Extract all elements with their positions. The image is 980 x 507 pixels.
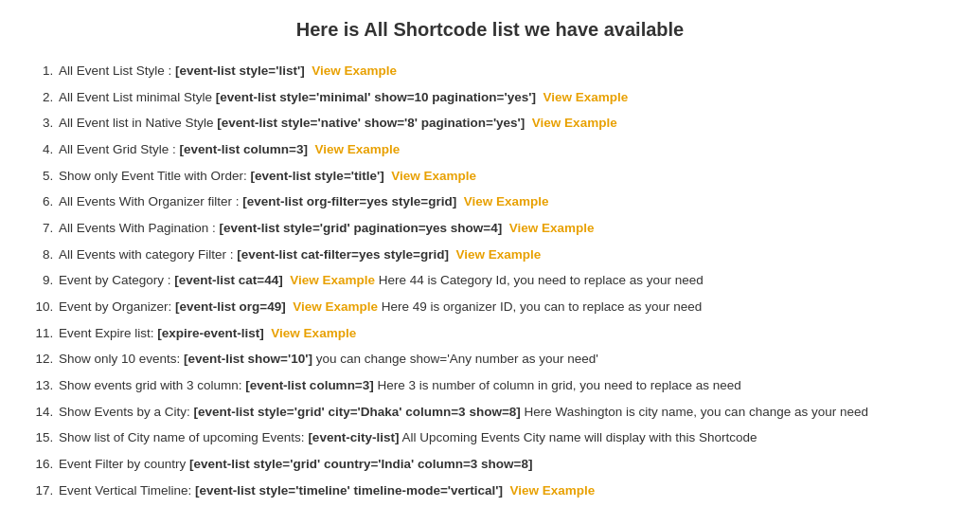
- list-item: Event by Organizer: [event-list org=49] …: [57, 294, 952, 320]
- item-code: [event-city-list]: [308, 430, 399, 444]
- list-item: Show only 10 events: [event-list show='1…: [57, 346, 952, 372]
- list-item: Event Horizontal Timeline [event-list st…: [57, 503, 952, 507]
- list-item: All Events with category Filter : [event…: [57, 242, 952, 268]
- list-item: All Events With Pagination : [event-list…: [57, 215, 952, 242]
- item-note: Here 49 is organizer ID, you can to repl…: [378, 299, 702, 314]
- item-code: [event-list style='timeline' timeline-mo…: [195, 483, 503, 498]
- item-code: [event-list style='native' show='8' pagi…: [217, 116, 525, 130]
- view-example-link[interactable]: View Example: [314, 142, 400, 156]
- item-code: [event-list style='grid' pagination=yes …: [220, 221, 503, 235]
- item-text: Show Events by a City:: [59, 405, 194, 419]
- list-item: All Events With Organizer filter : [even…: [57, 189, 952, 215]
- view-example-link[interactable]: View Example: [293, 299, 378, 314]
- item-note: All Upcoming Events City name will displ…: [399, 430, 757, 444]
- item-code: [event-list cat=44]: [174, 273, 282, 287]
- item-code: [event-list show='10']: [184, 352, 312, 366]
- view-example-link[interactable]: View Example: [532, 116, 617, 130]
- item-note: you can change show='Any number as your …: [312, 352, 598, 366]
- item-text: Show only Event Title with Order:: [59, 169, 251, 183]
- view-example-link[interactable]: View Example: [290, 273, 375, 287]
- list-item: Show events grid with 3 column: [event-l…: [57, 372, 952, 399]
- item-text: All Events With Organizer filter :: [59, 194, 242, 208]
- view-example-link[interactable]: View Example: [455, 247, 541, 262]
- item-note: Here 44 is Category Id, you need to repl…: [375, 273, 704, 287]
- item-text: Show events grid with 3 column:: [59, 378, 245, 392]
- item-note: Here Washington is city name, you can ch…: [521, 405, 868, 419]
- item-text: All Events With Pagination :: [59, 221, 220, 235]
- view-example-link[interactable]: View Example: [510, 483, 596, 498]
- item-code: [event-list column=3]: [245, 378, 373, 392]
- item-text: Show only 10 events:: [59, 352, 184, 366]
- item-text: All Event List minimal Style: [59, 90, 216, 104]
- view-example-link[interactable]: View Example: [312, 63, 397, 78]
- view-example-link[interactable]: View Example: [271, 326, 356, 340]
- item-code: [event-list column=3]: [180, 142, 308, 156]
- list-item: Event by Category : [event-list cat=44] …: [57, 267, 952, 294]
- item-code: [event-list org=49]: [175, 299, 286, 314]
- list-item: Event Expire list: [expire-event-list] V…: [57, 320, 952, 347]
- item-code: [event-list cat-filter=yes style=grid]: [237, 247, 449, 262]
- item-code: [event-list style='grid' country='India'…: [189, 457, 532, 471]
- item-code: [event-list style='title']: [251, 169, 384, 183]
- list-item: All Event Grid Style : [event-list colum…: [57, 136, 952, 163]
- item-code: [event-list style='grid' city='Dhaka' co…: [194, 405, 521, 419]
- item-text: All Event list in Native Style: [59, 116, 217, 130]
- list-item: Show Events by a City: [event-list style…: [57, 399, 952, 426]
- view-example-link[interactable]: View Example: [391, 169, 476, 183]
- item-text: All Event Grid Style :: [59, 142, 180, 156]
- view-example-link[interactable]: View Example: [464, 194, 549, 208]
- item-text: Event by Category :: [59, 273, 174, 287]
- item-text: Show list of City name of upcoming Event…: [59, 430, 308, 444]
- shortcode-list: All Event List Style : [event-list style…: [28, 58, 952, 507]
- item-text: All Event List Style :: [59, 63, 175, 78]
- item-code: [event-list style='list']: [175, 63, 305, 78]
- view-example-link[interactable]: View Example: [543, 90, 628, 104]
- item-text: Event Expire list:: [59, 326, 157, 340]
- item-code: [event-list org-filter=yes style=grid]: [242, 194, 456, 208]
- item-text: Event Vertical Timeline:: [59, 483, 195, 498]
- list-item: All Event list in Native Style [event-li…: [57, 110, 952, 136]
- item-text: Event by Organizer:: [59, 299, 175, 314]
- list-item: All Event List minimal Style [event-list…: [57, 84, 952, 111]
- list-item: All Event List Style : [event-list style…: [57, 58, 952, 84]
- item-note: Here 3 is number of column in grid, you …: [374, 378, 741, 392]
- item-text: Event Filter by country: [59, 457, 189, 471]
- page-title: Here is All Shortcode list we have avail…: [28, 19, 952, 41]
- item-code: [event-list style='minimal' show=10 pagi…: [216, 90, 536, 104]
- list-item: Show list of City name of upcoming Event…: [57, 425, 952, 451]
- item-text: All Events with category Filter :: [59, 247, 237, 262]
- list-item: Show only Event Title with Order: [event…: [57, 163, 952, 190]
- item-code: [expire-event-list]: [157, 326, 264, 340]
- list-item: Event Vertical Timeline: [event-list sty…: [57, 478, 952, 504]
- list-item: Event Filter by country [event-list styl…: [57, 451, 952, 478]
- view-example-link[interactable]: View Example: [509, 221, 595, 235]
